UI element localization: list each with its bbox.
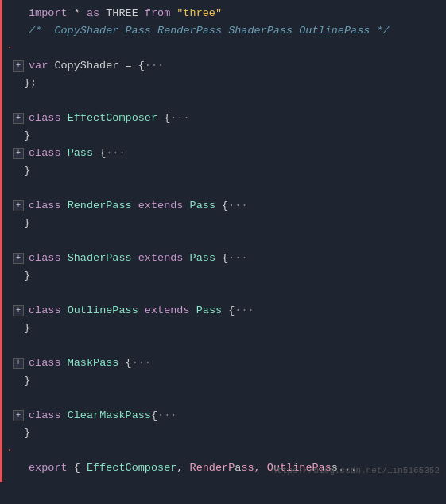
fold-button-effectcomposer[interactable]: + xyxy=(13,113,24,124)
var-close-line: }; xyxy=(0,75,446,92)
red-marker-2: · xyxy=(6,442,10,459)
export-effectcomposer: EffectComposer xyxy=(87,459,176,477)
renderpass-close: } xyxy=(0,215,446,232)
keyword-class-5: class xyxy=(29,302,61,320)
classname-renderpass: RenderPass xyxy=(68,197,132,215)
classname-pass: Pass xyxy=(68,145,93,162)
watermark-url: https://blog.csdn.net/lin5165352 xyxy=(272,464,440,479)
blank-line-8: · xyxy=(0,442,446,459)
extends-pass-3: Pass xyxy=(196,302,222,320)
outlinepass-close: } xyxy=(0,320,446,337)
fold-button-outlinepass[interactable]: + xyxy=(13,305,24,316)
keyword-class-1: class xyxy=(29,110,61,127)
maskpass-close: } xyxy=(0,372,446,390)
keyword-class-4: class xyxy=(29,250,61,267)
class-effectcomposer-line: + class EffectComposer { ··· xyxy=(0,110,446,127)
classname-maskpass: MaskPass xyxy=(68,355,119,372)
keyword-as: as xyxy=(87,5,99,22)
var-copyshader-line: + var CopyShader = { ··· xyxy=(0,57,446,75)
fold-button-renderpass[interactable]: + xyxy=(13,200,24,211)
blank-line-4 xyxy=(0,232,446,250)
import-string: "three" xyxy=(176,5,222,22)
keyword-class-6: class xyxy=(29,355,61,372)
fold-button-shaderpass[interactable]: + xyxy=(13,253,24,264)
classname-clearmaskpass: ClearMaskPass xyxy=(68,407,151,425)
class-pass-line: + class Pass { ··· xyxy=(0,145,446,162)
class-clearmaskpass-line: + class ClearMaskPass { ··· xyxy=(0,407,446,425)
blank-line-2 xyxy=(0,92,446,110)
clearmaskpass-close: } xyxy=(0,425,446,442)
comment-text: /* CopyShader Pass RenderPass ShaderPass… xyxy=(29,22,390,40)
blank-line-3 xyxy=(0,180,446,197)
keyword-import: import xyxy=(29,5,68,22)
classname-outlinepass: OutlinePass xyxy=(68,302,138,320)
code-editor: import * as THREE from "three" /* CopySh… xyxy=(0,0,446,482)
blank-line-7 xyxy=(0,390,446,407)
keyword-from: from xyxy=(145,5,170,22)
fold-button-pass[interactable]: + xyxy=(13,148,24,159)
red-marker-1: · xyxy=(6,40,10,57)
keyword-extends-2: extends xyxy=(138,250,184,267)
keyword-class-7: class xyxy=(29,407,61,425)
import-line: import * as THREE from "three" xyxy=(0,5,446,22)
fold-button-maskpass[interactable]: + xyxy=(13,358,24,369)
keyword-extends-3: extends xyxy=(145,302,190,320)
class-shaderpass-line: + class ShaderPass extends Pass { ··· xyxy=(0,250,446,267)
keyword-var: var xyxy=(29,57,48,75)
class-maskpass-line: + class MaskPass { ··· xyxy=(0,355,446,372)
classname-effectcomposer: EffectComposer xyxy=(68,110,157,127)
class-outlinepass-line: + class OutlinePass extends Pass { ··· xyxy=(0,302,446,320)
blank-line-1: · xyxy=(0,40,446,57)
blank-line-5 xyxy=(0,285,446,302)
effectcomposer-close: } xyxy=(0,127,446,145)
keyword-extends-1: extends xyxy=(138,197,184,215)
shaderpass-close: } xyxy=(0,267,446,285)
fold-button-clearmaskpass[interactable]: + xyxy=(13,410,24,421)
keyword-export: export xyxy=(29,459,68,477)
keyword-class-3: class xyxy=(29,197,61,215)
extends-pass-2: Pass xyxy=(190,250,215,267)
fold-button-copyshader[interactable]: + xyxy=(13,60,24,72)
keyword-class-2: class xyxy=(29,145,61,162)
comment-line: /* CopyShader Pass RenderPass ShaderPass… xyxy=(0,22,446,40)
class-renderpass-line: + class RenderPass extends Pass { ··· xyxy=(0,197,446,215)
extends-pass-1: Pass xyxy=(190,197,215,215)
left-accent-border xyxy=(0,0,2,482)
blank-line-6 xyxy=(0,337,446,355)
pass-close: } xyxy=(0,162,446,180)
classname-shaderpass: ShaderPass xyxy=(68,250,132,267)
export-renderpass: RenderP xyxy=(190,459,235,477)
